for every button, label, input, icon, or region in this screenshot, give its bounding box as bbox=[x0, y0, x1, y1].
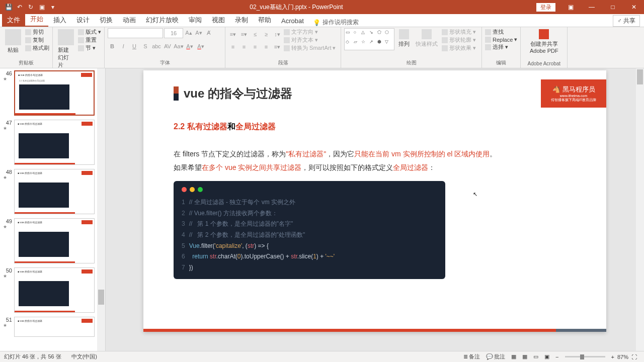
select-button[interactable]: 选择 ▾ bbox=[485, 43, 517, 51]
layout-button[interactable]: 版式 ▾ bbox=[78, 28, 101, 36]
adobe-pdf-button[interactable]: 创建并共享 Adobe PDF bbox=[524, 28, 564, 55]
slide-thumb-46[interactable]: ■ vue 的指令与过滤器2.2 私有过滤器和全局过滤器 bbox=[14, 70, 95, 116]
shape-fill-button[interactable]: 形状填充 ▾ bbox=[442, 28, 476, 36]
slide-thumbnails-panel[interactable]: 46★ ■ vue 的指令与过滤器2.2 私有过滤器和全局过滤器 47★ ■ v… bbox=[0, 68, 106, 351]
comments-button[interactable]: 💬 批注 bbox=[483, 353, 508, 360]
present-icon[interactable]: ▣ bbox=[38, 4, 45, 11]
tell-me-search[interactable]: 💡 操作说明搜索 bbox=[313, 18, 359, 27]
find-button[interactable]: 查找 bbox=[485, 28, 517, 36]
shape-effects-button[interactable]: 形状效果 ▾ bbox=[442, 44, 476, 52]
fit-to-window-button[interactable]: ⛶ bbox=[628, 354, 640, 360]
slide-editor-area[interactable]: 🐴黑马程序员 www.itheima.com 传智播客旗下高端IT教育品牌 vu… bbox=[106, 68, 644, 351]
lightbulb-icon: 💡 bbox=[313, 19, 320, 26]
change-case-button[interactable]: Aa▾ bbox=[174, 42, 183, 51]
slide-thumb-48[interactable]: ■ vue 的指令与过滤器 bbox=[14, 169, 95, 214]
notes-button[interactable]: ≣ 备注 bbox=[460, 353, 483, 360]
copy-button[interactable]: 复制 bbox=[25, 36, 49, 44]
line-spacing-button[interactable]: ↕▾ bbox=[273, 30, 282, 39]
new-slide-icon bbox=[58, 29, 74, 45]
minimize-icon[interactable]: — bbox=[582, 0, 602, 14]
align-right-button[interactable]: ≡ bbox=[251, 42, 260, 51]
replace-button[interactable]: Replace ▾ bbox=[485, 36, 517, 43]
qat-more-icon[interactable]: ▾ bbox=[49, 4, 56, 11]
shadow-button[interactable]: abc bbox=[152, 42, 161, 51]
slide-thumb-49[interactable]: ■ vue 的指令与过滤器 bbox=[14, 218, 95, 263]
view-reading-button[interactable]: ▭ bbox=[530, 353, 541, 360]
convert-smartart-button[interactable]: 转换为 SmartArt ▾ bbox=[284, 44, 336, 52]
tab-recording[interactable]: 录制 bbox=[230, 14, 253, 27]
new-slide-button[interactable]: 新建 幻灯片 bbox=[56, 28, 76, 70]
bullets-button[interactable]: ≡▾ bbox=[228, 30, 237, 39]
italic-button[interactable]: I bbox=[119, 42, 128, 51]
underline-button[interactable]: U bbox=[130, 42, 139, 51]
tab-file[interactable]: 文件 bbox=[2, 14, 25, 27]
clear-format-icon[interactable]: A̸ bbox=[204, 28, 213, 37]
align-center-button[interactable]: ≡ bbox=[239, 42, 249, 51]
highlight-button[interactable]: A▾ bbox=[196, 42, 205, 51]
tab-design[interactable]: 设计 bbox=[71, 14, 95, 27]
tab-view[interactable]: 视图 bbox=[207, 14, 230, 27]
shapes-gallery[interactable]: ▭○△↘⬠⬡ ◇▱☆↗⬢▽ bbox=[344, 28, 394, 50]
bold-button[interactable]: B bbox=[108, 42, 117, 51]
font-family-select[interactable] bbox=[108, 28, 163, 38]
format-painter-button[interactable]: 格式刷 bbox=[25, 44, 49, 52]
share-button[interactable]: ♂ 共享 bbox=[613, 15, 640, 27]
arrange-button[interactable]: 排列 bbox=[396, 28, 412, 49]
align-text-button[interactable]: 对齐文本 ▾ bbox=[284, 36, 336, 44]
tab-transitions[interactable]: 切换 bbox=[95, 14, 118, 27]
ribbon-display-icon[interactable]: ▣ bbox=[560, 0, 581, 14]
shape-outline-button[interactable]: 形状轮廓 ▾ bbox=[442, 36, 476, 44]
zoom-slider[interactable] bbox=[565, 356, 605, 357]
tab-review[interactable]: 审阅 bbox=[184, 14, 207, 27]
tab-slideshow[interactable]: 幻灯片放映 bbox=[141, 14, 184, 27]
tab-animations[interactable]: 动画 bbox=[118, 14, 141, 27]
zoom-out-button[interactable]: − bbox=[552, 354, 561, 360]
align-text-icon bbox=[284, 37, 290, 43]
font-color-button[interactable]: A▾ bbox=[185, 42, 194, 51]
editor-scrollbar[interactable] bbox=[636, 68, 644, 351]
login-button[interactable]: 登录 bbox=[536, 3, 555, 12]
tab-help[interactable]: 帮助 bbox=[253, 14, 276, 27]
cut-button[interactable]: 剪切 bbox=[25, 28, 49, 36]
justify-button[interactable]: ≡ bbox=[262, 42, 271, 51]
maximize-icon[interactable]: □ bbox=[603, 0, 623, 14]
group-adobe-label: Adobe Acrobat bbox=[524, 61, 564, 67]
undo-icon[interactable]: ↶ bbox=[16, 4, 23, 11]
close-icon[interactable]: ✕ bbox=[624, 0, 644, 14]
view-normal-button[interactable]: ▦ bbox=[508, 353, 519, 360]
tab-home[interactable]: 开始 bbox=[25, 13, 48, 27]
redo-icon[interactable]: ↻ bbox=[27, 4, 34, 11]
slide-counter[interactable]: 幻灯片 46 张，共 56 张 bbox=[4, 353, 61, 360]
align-left-button[interactable]: ≡ bbox=[228, 42, 237, 51]
tab-acrobat[interactable]: Acrobat bbox=[276, 15, 309, 27]
view-sorter-button[interactable]: ▦ bbox=[519, 353, 530, 360]
increase-font-icon[interactable]: A▴ bbox=[184, 28, 193, 37]
reset-button[interactable]: 重置 bbox=[78, 36, 101, 44]
save-icon[interactable]: 💾 bbox=[5, 4, 12, 11]
numbering-button[interactable]: ≡▾ bbox=[239, 30, 249, 39]
decrease-font-icon[interactable]: A▾ bbox=[194, 28, 203, 37]
language-indicator[interactable]: 中文(中国) bbox=[71, 353, 97, 360]
zoom-in-button[interactable]: + bbox=[608, 354, 617, 360]
increase-indent-button[interactable]: ≥ bbox=[262, 30, 271, 39]
section-button[interactable]: 节 ▾ bbox=[78, 44, 101, 52]
zoom-level[interactable]: 87% bbox=[617, 354, 628, 360]
font-size-select[interactable] bbox=[164, 28, 183, 38]
text-direction-button[interactable]: 文字方向 ▾ bbox=[284, 28, 336, 36]
thumb-scrollbar[interactable] bbox=[97, 68, 105, 351]
slide-thumb-47[interactable]: ■ vue 的指令与过滤器 bbox=[14, 120, 95, 165]
columns-button[interactable]: ≡▾ bbox=[273, 42, 282, 51]
slide-canvas[interactable]: 🐴黑马程序员 www.itheima.com 传智播客旗下高端IT教育品牌 vu… bbox=[143, 70, 606, 332]
view-slideshow-button[interactable]: ▣ bbox=[541, 353, 552, 360]
char-spacing-button[interactable]: AV bbox=[163, 42, 172, 51]
strikethrough-button[interactable]: S bbox=[141, 42, 150, 51]
quick-styles-button[interactable]: 快速样式 bbox=[414, 28, 440, 49]
slide-thumb-51[interactable]: ■ vue 的指令与过滤器 bbox=[14, 317, 95, 337]
paste-button[interactable]: 粘贴 bbox=[3, 28, 23, 55]
tab-insert[interactable]: 插入 bbox=[48, 14, 71, 27]
decrease-indent-button[interactable]: ≤ bbox=[251, 30, 260, 39]
slide-accent-bar bbox=[143, 329, 556, 332]
group-font-label: 字体 bbox=[108, 59, 222, 67]
slide-thumb-50[interactable]: ■ vue 的指令与过滤器 bbox=[14, 267, 95, 313]
group-paragraph-label: 段落 bbox=[228, 59, 338, 67]
